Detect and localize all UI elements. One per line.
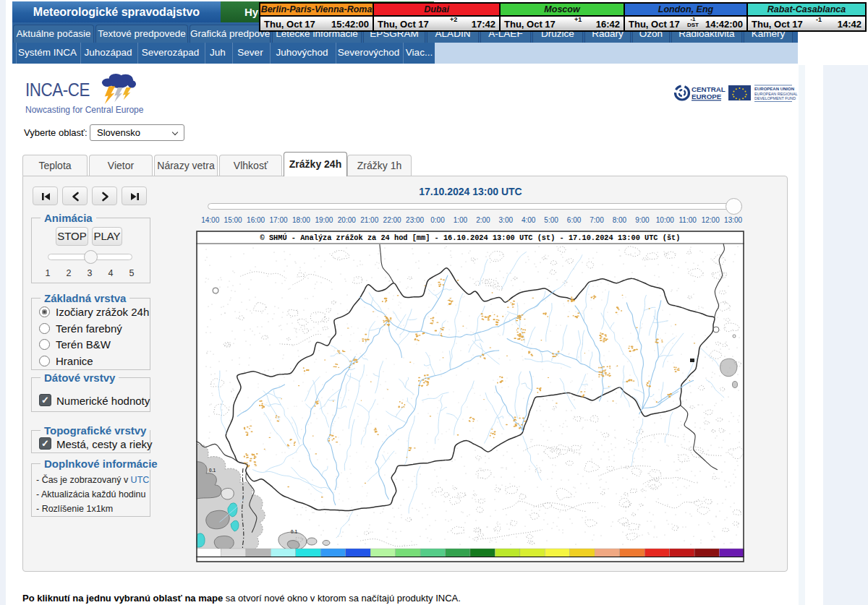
svg-text:© SHMÚ - Analýza zrážok za 24: © SHMÚ - Analýza zrážok za 24 hod [mm] -… [260, 233, 681, 242]
svg-text:0.1: 0.1 [209, 468, 216, 473]
svg-text:DEVELOPMENT FUND: DEVELOPMENT FUND [754, 96, 796, 100]
svg-text:EUROPE: EUROPE [692, 93, 722, 100]
svg-text:EUROPEAN REGIONAL: EUROPEAN REGIONAL [754, 92, 798, 96]
svg-text:EUROPEAN UNION: EUROPEAN UNION [754, 87, 794, 91]
